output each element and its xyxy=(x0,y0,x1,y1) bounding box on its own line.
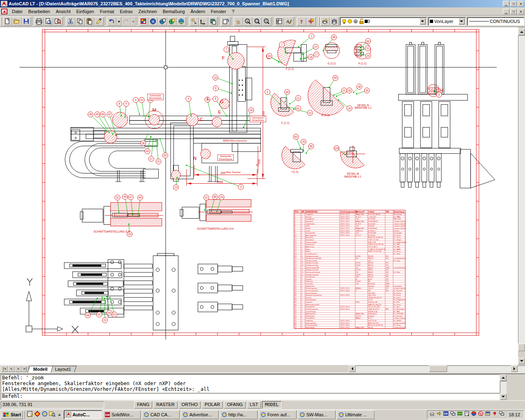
pan-button[interactable] xyxy=(234,17,243,26)
undo-button[interactable] xyxy=(107,17,116,26)
hscroll-left[interactable] xyxy=(349,365,356,372)
cmdscroll-up[interactable] xyxy=(500,374,507,381)
menu-zeichnen[interactable]: Zeichnen xyxy=(135,8,160,15)
tr-note[interactable] xyxy=(464,411,470,418)
ql-notes[interactable] xyxy=(27,411,33,419)
menu-fenster[interactable]: Fenster xyxy=(208,8,229,15)
ql-viewer[interactable] xyxy=(49,411,55,419)
preview-button[interactable] xyxy=(44,17,53,26)
linetype-combo[interactable]: CONTINUOUS xyxy=(467,17,524,25)
status-polar[interactable]: POLAR xyxy=(202,401,223,409)
menu-extras[interactable]: Extras xyxy=(117,8,135,15)
command-scrollbar[interactable] xyxy=(500,374,507,400)
menu-?[interactable]: ? xyxy=(229,8,237,15)
props-button[interactable] xyxy=(275,17,284,26)
tr-mon2[interactable] xyxy=(499,411,505,418)
sphere-button[interactable]: a xyxy=(148,17,158,26)
acadred-button[interactable] xyxy=(139,17,148,26)
taskbar-grip[interactable] xyxy=(23,411,25,419)
task-forenauf[interactable]: Foren auf... xyxy=(259,410,297,419)
tab-modell[interactable]: Modell xyxy=(27,366,53,372)
status-ortho[interactable]: ORTHO xyxy=(179,401,201,409)
doc-close-button[interactable]: ✕ xyxy=(518,9,524,14)
tr-isdn[interactable]: ISDN xyxy=(457,411,463,418)
ql-channels[interactable] xyxy=(34,411,41,419)
globe3-button[interactable] xyxy=(177,17,186,26)
tr-win[interactable] xyxy=(485,411,491,418)
ql-ie[interactable] xyxy=(41,411,48,419)
dropdn-button[interactable] xyxy=(131,17,136,26)
tr-print[interactable] xyxy=(429,411,435,418)
copy-button[interactable] xyxy=(75,17,85,26)
brush-button[interactable] xyxy=(94,17,104,26)
open-button[interactable] xyxy=(12,17,22,26)
new-button[interactable] xyxy=(3,17,12,26)
globe1-button[interactable] xyxy=(158,17,167,26)
tr-pin[interactable] xyxy=(492,411,498,418)
cmdscroll-down[interactable] xyxy=(500,393,507,400)
task-autoc[interactable]: AutoC... xyxy=(64,410,102,419)
color-combo-arrow[interactable] xyxy=(459,18,465,25)
layer-combo[interactable]: 0 xyxy=(340,17,427,25)
vscroll-down[interactable] xyxy=(518,358,525,364)
task-ultimate[interactable]: Ultimate ... xyxy=(337,410,374,419)
hscroll-right[interactable] xyxy=(511,365,518,372)
status-model[interactable]: MODEL xyxy=(262,401,281,409)
tab-nav-2[interactable]: > xyxy=(15,365,22,372)
paste-button[interactable] xyxy=(85,17,94,26)
task-httpw[interactable]: http://w... xyxy=(220,410,258,419)
redo-button[interactable] xyxy=(121,17,131,26)
layers2-button[interactable] xyxy=(330,17,339,26)
drawing-canvas[interactable]: POSME.BENENNUNGZeichnungsnummerWerkstoff… xyxy=(0,27,525,365)
status-lst[interactable]: LST xyxy=(247,401,261,409)
quick-button[interactable]: A xyxy=(284,17,294,26)
tr-de[interactable]: DE xyxy=(443,411,449,418)
vscroll-thumb[interactable] xyxy=(518,344,525,351)
command-history[interactable]: Befehl: '_zoom Fensterecke angeben, Skal… xyxy=(1,374,500,393)
tr-ball[interactable] xyxy=(471,411,477,418)
tr-globe[interactable] xyxy=(478,411,484,418)
print-button[interactable] xyxy=(34,17,44,26)
toolbar-grip-2[interactable] xyxy=(318,17,320,26)
vscroll-up[interactable] xyxy=(518,29,525,35)
restore-button[interactable]: ❐ xyxy=(510,1,517,7)
toolbar-grip[interactable] xyxy=(1,17,2,26)
rotpage-button[interactable] xyxy=(221,17,231,26)
tab-layout1[interactable]: Layout1 xyxy=(49,366,76,372)
drawing-vscrollbar[interactable] xyxy=(518,27,525,365)
status-ofang[interactable]: OFANG xyxy=(224,401,246,409)
zoomrt-button[interactable]: ± xyxy=(243,17,253,26)
find-button[interactable] xyxy=(53,17,63,26)
menu-bearbeiten[interactable]: Bearbeiten xyxy=(25,8,53,15)
tr-mon[interactable] xyxy=(450,411,456,418)
menu-ansicht[interactable]: Ansicht xyxy=(53,8,73,15)
tab-nav-0[interactable]: |< xyxy=(1,365,8,372)
square-button[interactable] xyxy=(208,17,218,26)
menu-ndern[interactable]: Ändern xyxy=(188,8,208,15)
minimize-button[interactable]: _ xyxy=(503,1,509,7)
status-raster[interactable]: RASTER xyxy=(153,401,178,409)
zoomprev-button[interactable] xyxy=(262,17,272,26)
task-cadca[interactable]: CAD CA... xyxy=(142,410,180,419)
globe2-button[interactable] xyxy=(167,17,177,26)
drawing-hscrollbar[interactable] xyxy=(349,365,525,372)
doc-minimize-button[interactable]: _ xyxy=(503,9,509,14)
zoomwin-button[interactable] xyxy=(253,17,262,26)
hscroll-thumb[interactable] xyxy=(429,365,447,372)
assist-button[interactable] xyxy=(306,17,316,26)
task-swmas[interactable]: SW-Mas... xyxy=(298,410,336,419)
task-solidwor[interactable]: SWSolidWor... xyxy=(103,410,141,419)
dropdn-button[interactable] xyxy=(116,17,121,26)
save-button[interactable] xyxy=(22,17,31,26)
taskbar-grip-2[interactable] xyxy=(62,411,64,419)
menu-datei[interactable]: Datei xyxy=(9,8,25,15)
doc-restore-button[interactable]: ❐ xyxy=(510,9,517,14)
cut-button[interactable] xyxy=(66,17,75,26)
quicklaunch-chevron[interactable]: » xyxy=(57,413,62,417)
help-button[interactable]: ? xyxy=(297,17,306,26)
tr-speaker[interactable] xyxy=(436,411,442,418)
layer-combo-arrow[interactable] xyxy=(420,18,426,25)
layers1-button[interactable] xyxy=(320,17,330,26)
snap-button[interactable] xyxy=(189,17,199,26)
menu-einfgen[interactable]: Einfügen xyxy=(73,8,97,15)
